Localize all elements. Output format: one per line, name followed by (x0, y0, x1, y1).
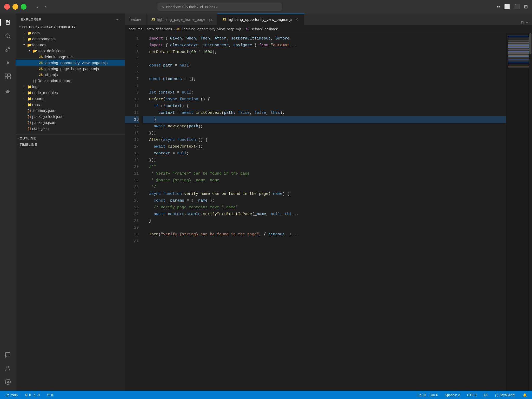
status-language[interactable]: { } JavaScript (494, 393, 517, 397)
tree-item-data[interactable]: › 📁 data (16, 30, 125, 36)
back-button[interactable]: ‹ (35, 3, 41, 11)
tree-item-default-page[interactable]: JS default_page.mjs (16, 54, 125, 60)
tree-item-step-definitions[interactable]: ▾ 📂 step_definitions (16, 48, 125, 54)
sidebar-more-button[interactable]: ··· (116, 17, 119, 22)
activity-settings[interactable] (2, 376, 14, 388)
split-editor-button[interactable]: ⬛ (514, 4, 520, 10)
tree-item-memory-json[interactable]: { } .memory.json (16, 108, 125, 114)
code-content[interactable]: import { Given, When, Then, After, setDe… (143, 33, 506, 391)
timeline-heading[interactable]: › TIMELINE (16, 141, 125, 147)
chevron-down-icon: ▾ (27, 49, 32, 52)
tree-item-lightning-home[interactable]: JS lightning_page_home_page.mjs (16, 66, 125, 72)
package-json-label: package.json (32, 120, 55, 125)
split-editor-button[interactable]: ⧉ (521, 20, 524, 25)
search-bar[interactable]: ⌕ 66ed6057369bab78d168bc17 (157, 3, 282, 11)
tab-close-button[interactable]: ✕ (294, 17, 300, 22)
tree-item-package-lock[interactable]: { } package-lock.json (16, 114, 125, 119)
close-button[interactable] (4, 4, 10, 10)
activity-search[interactable] (2, 30, 14, 42)
tree-item-lightning-opportunity[interactable]: JS lightning_opportunity_view_page.mjs (16, 60, 125, 66)
tree-item-utils[interactable]: JS utils.mjs (16, 72, 125, 78)
more-actions-button[interactable]: ··· (526, 20, 529, 25)
folder-icon: 📁 (26, 91, 32, 95)
tab-feature[interactable]: feature (125, 14, 147, 25)
editor-area: feature JS lightning_page_home_page.mjs … (125, 14, 532, 391)
tab-actions: ⧉ ··· (518, 20, 532, 25)
folder-icon: 📁 (26, 85, 32, 89)
code-line-15: }); (143, 130, 506, 137)
tree-item-node-modules[interactable]: › 📁 node_modules (16, 90, 125, 96)
activity-docker[interactable] (2, 86, 14, 98)
activity-explorer[interactable] (2, 16, 14, 29)
breadcrumb-step-def[interactable]: step_definitions (147, 27, 172, 31)
code-line-26: // Verify page contains text "_name" (143, 204, 506, 211)
step-definitions-label: step_definitions (37, 49, 64, 53)
sidebar-toggle-button[interactable]: ▪▪ (497, 4, 500, 10)
tree-item-reports[interactable]: › 📁 reports (16, 96, 125, 102)
tree-item-package-json[interactable]: { } package.json (16, 119, 125, 125)
timeline-label: TIMELINE (20, 143, 37, 147)
svg-line-4 (9, 37, 11, 39)
status-spaces[interactable]: Spaces: 2 (443, 393, 461, 397)
features-folder-label: features (32, 43, 46, 47)
code-line-1: import { Given, When, Then, After, setDe… (143, 35, 506, 42)
warning-count: 0 (38, 393, 39, 397)
activity-chat[interactable] (2, 349, 14, 361)
scrollbar-thumb[interactable] (529, 33, 531, 54)
status-sync[interactable]: ↺ 0 (45, 393, 55, 397)
activity-source-control[interactable] (2, 43, 14, 56)
tree-item-logs[interactable]: › 📁 logs (16, 84, 125, 90)
status-notifications[interactable]: 🔔 (521, 393, 528, 397)
tab-opportunity[interactable]: JS lightning_opportunity_view_page.mjs ✕ (217, 14, 304, 25)
tree-item-runs[interactable]: › 📁 runs (16, 102, 125, 108)
forward-button[interactable]: › (43, 3, 49, 11)
panel-toggle-button[interactable]: ⬜ (504, 4, 510, 10)
status-eol[interactable]: LF (482, 393, 489, 397)
source-control-icon: ⎇ (5, 393, 9, 397)
js-icon: JS (151, 17, 155, 21)
fullscreen-button[interactable] (21, 4, 26, 10)
chevron-right-icon: › (22, 103, 26, 106)
language-label: { } (495, 393, 498, 397)
status-col: Col 4 (430, 393, 437, 397)
data-folder-label: data (32, 31, 40, 35)
status-errors[interactable]: ⊗ 0 ⚠ 0 (23, 393, 41, 397)
tree-item-registration[interactable]: { } Registration.feature (16, 78, 125, 84)
tab-home-page[interactable]: JS lightning_page_home_page.mjs (147, 14, 218, 25)
breadcrumb-js-icon: JS (176, 27, 180, 31)
traffic-lights (4, 4, 26, 10)
code-line-12: context = await initContext(path, false,… (143, 110, 506, 116)
tree-item-stats-json[interactable]: { } stats.json (16, 125, 125, 131)
chevron-right-icon: › (22, 91, 26, 94)
activity-account[interactable] (2, 362, 14, 375)
status-branch[interactable]: ⎇ main (4, 393, 19, 397)
code-line-24: async function verify_name_can_be_found_… (143, 191, 506, 197)
breadcrumb-before-callback[interactable]: Before() callback (250, 27, 278, 31)
status-encoding[interactable]: UTF-8 (466, 393, 478, 397)
layout-button[interactable]: ⊞ (524, 4, 528, 10)
tab-bar: feature JS lightning_page_home_page.mjs … (125, 14, 532, 25)
code-line-19: }); (143, 157, 506, 164)
tree-item-environments[interactable]: › 📁 environments (16, 36, 125, 42)
folder-icon: 📁 (26, 31, 32, 35)
folder-icon: 📁 (26, 37, 32, 41)
registration-label: Registration.feature (37, 78, 71, 83)
js-icon: JS (222, 17, 226, 21)
activity-extensions[interactable] (2, 70, 14, 83)
outline-heading[interactable]: › OUTLINE (16, 135, 125, 141)
minimize-button[interactable] (12, 4, 18, 10)
breadcrumb-filename[interactable]: lightning_opportunity_view_page.mjs (182, 27, 242, 31)
svg-rect-2 (6, 22, 9, 23)
breadcrumb-features[interactable]: features (129, 27, 143, 31)
activity-run[interactable] (2, 57, 14, 69)
nav-buttons: ‹ › (35, 3, 49, 11)
activity-bar (0, 14, 16, 391)
minimap (506, 33, 532, 391)
tree-item-features[interactable]: ▾ 📂 features (16, 42, 125, 48)
code-line-7: const elements = {}; (143, 76, 506, 83)
status-line-col[interactable]: Ln 13 , Col 4 (416, 393, 439, 397)
status-branch-name: main (10, 393, 18, 397)
code-line-16: After(async function () { (143, 137, 506, 143)
tree-item-root[interactable]: ▾ 66ED6057369BAB78D168BC17 (16, 24, 125, 30)
memory-json-label: .memory.json (32, 108, 55, 113)
